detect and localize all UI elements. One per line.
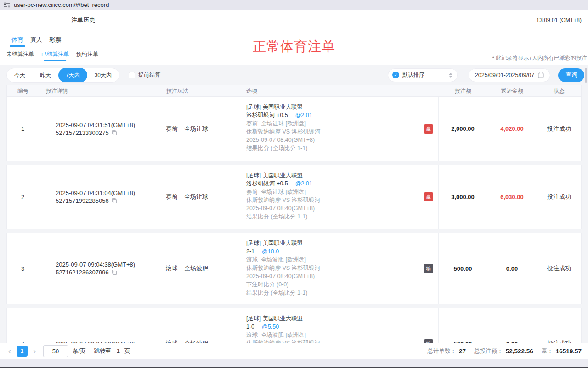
play-name: 全场波胆 <box>184 340 208 343</box>
date-range-picker[interactable]: 2025/09/01-2025/09/07 <box>469 68 550 82</box>
copy-icon[interactable] <box>112 198 117 204</box>
page-title: 注单历史 <box>71 16 95 24</box>
jump-page-input[interactable]: 1 <box>117 348 120 354</box>
early-settle-checkbox-wrap: 提前结算 <box>129 71 160 79</box>
cell-bet-detail: 2025-09-07 09:04:38(GMT+8)52716212363079… <box>39 233 159 304</box>
table-row: 42025-09-07 09:04:36(GMT+8)滚球全场波胆[足球] 美国… <box>6 308 582 343</box>
order-id-row: 5271571992285056 <box>56 197 159 204</box>
option-odds[interactable]: @2.01 <box>295 180 312 187</box>
cell-bet-detail: 2025-09-07 04:31:04(GMT+8)52715719922850… <box>39 165 159 229</box>
total-amount-value: 52,522.56 <box>506 348 533 355</box>
next-page-icon[interactable]: › <box>31 346 38 356</box>
per-page-label: 条/页 <box>73 347 85 355</box>
col-play: 投注玩法 <box>159 87 239 95</box>
page-size-input[interactable] <box>43 345 68 357</box>
cell-option: [足球] 美国职业大联盟洛杉矶银河 +0.5@2.01赛前 全场让球 [欧洲盘]… <box>239 165 439 229</box>
sort-select-value: 默认排序 <box>402 71 446 79</box>
subtab-unsettled[interactable]: 未结算注单 <box>6 50 34 62</box>
option-play-detail: 赛前 全场让球 [欧洲盘] <box>246 119 420 128</box>
cell-bet-amount: 2,000.00 <box>439 97 487 161</box>
option-result-score: 结果比分 (全场比分 1-1) <box>246 289 420 297</box>
subtab-reserved[interactable]: 预约注单 <box>76 50 98 62</box>
sort-caret-icon <box>449 73 452 78</box>
play-name: 全场让球 <box>184 125 208 133</box>
cell-status: 投注成功 <box>537 233 581 304</box>
copy-icon[interactable] <box>112 269 117 275</box>
tab-sports[interactable]: 体育 <box>11 36 23 48</box>
range-30days-button[interactable]: 30天内 <box>87 68 119 83</box>
check-circle-icon: ✓ <box>392 72 399 78</box>
col-status: 状态 <box>537 87 581 95</box>
record-note: • 此记录将显示7天内所有已派彩的投注 <box>492 54 587 62</box>
option-match: 休斯敦迪纳摩 VS 洛杉矶银河 <box>246 196 420 204</box>
play-stage: 赛前 <box>166 193 178 201</box>
range-7days-button[interactable]: 7天内 <box>58 68 87 83</box>
date-range-segmented: 今天 昨天 7天内 30天内 <box>6 68 119 83</box>
option-play-detail: 滚球 全场波胆 [欧洲盘] <box>246 256 420 264</box>
tab-live[interactable]: 真人 <box>30 36 42 48</box>
page-number-button[interactable]: 1 <box>17 346 28 357</box>
early-settle-checkbox[interactable] <box>129 72 135 78</box>
bet-time: 2025-09-07 04:31:51(GMT+8) <box>56 122 159 128</box>
option-selection: 洛杉矶银河 +0.5 <box>246 112 288 118</box>
result-badge: 输 <box>424 339 433 343</box>
table-row: 32025-09-07 09:04:38(GMT+8)5271621236307… <box>6 233 582 304</box>
filter-right-controls: ✓ 默认排序 2025/09/01-2025/09/07 查询 <box>388 68 584 82</box>
cell-bet-amount: 500.00 <box>439 308 487 343</box>
option-league: [足球] 美国职业大联盟 <box>246 171 420 179</box>
col-number: 编号 <box>7 87 39 95</box>
option-odds[interactable]: @5.50 <box>262 323 279 330</box>
option-selection-line: 2-1@10.0 <box>246 247 420 256</box>
bet-time: 2025-09-07 09:04:36(GMT+8) <box>56 340 159 343</box>
url-text[interactable]: user-pc-new.ciiicc.com/#/bet_record <box>14 1 109 8</box>
col-detail: 投注详情 <box>39 87 159 95</box>
table-body: 12025-09-07 04:31:51(GMT+8)5271572133300… <box>6 97 582 343</box>
cell-number: 2 <box>7 165 39 229</box>
option-selection-line: 洛杉矶银河 +0.5@2.01 <box>246 179 420 188</box>
order-id: 5271621236307996 <box>56 269 109 276</box>
order-id-row: 5271621236307996 <box>56 269 159 276</box>
sort-select[interactable]: ✓ 默认排序 <box>388 68 458 82</box>
cell-number: 4 <box>7 308 39 343</box>
return-amount: 4,020.00 <box>500 125 524 132</box>
option-odds[interactable]: @2.01 <box>295 112 312 118</box>
order-id: 5271572133300275 <box>56 129 109 136</box>
pagination-footer: ‹ 1 › 条/页 跳转至 1 页 总计单数： 27 总投注额： 52,522.… <box>0 343 588 359</box>
tab-lottery[interactable]: 彩票 <box>49 36 61 48</box>
cell-play-type: 赛前全场让球 <box>159 165 239 229</box>
range-yesterday-button[interactable]: 昨天 <box>33 68 58 83</box>
option-odds[interactable]: @10.0 <box>262 248 279 255</box>
option-league: [足球] 美国职业大联盟 <box>246 103 420 111</box>
option-bet-score: 下注时比分 (0-0) <box>246 280 420 289</box>
option-match-time: 2025-09-07 08:40(GMT+8) <box>246 136 420 144</box>
cell-bet-detail: 2025-09-07 09:04:36(GMT+8) <box>39 308 159 343</box>
total-amount-label: 总投注额： <box>474 347 503 355</box>
scrollbar-thumb[interactable] <box>585 68 587 83</box>
cell-return-amount: 0.00 <box>487 308 537 343</box>
cell-option: [足球] 美国职业大联盟洛杉矶银河 +0.5@2.01赛前 全场让球 [欧洲盘]… <box>239 97 439 161</box>
col-option: 选项 <box>239 87 439 95</box>
cell-number: 1 <box>7 97 39 161</box>
return-amount: 6,030.00 <box>500 194 524 201</box>
copy-icon[interactable] <box>112 130 117 136</box>
cell-play-type: 滚球全场波胆 <box>159 233 239 304</box>
totals-summary: 总计单数： 27 总投注额： 52,522.56 赢： 16519.57 <box>428 347 582 355</box>
site-settings-icon[interactable] <box>4 2 10 8</box>
cell-option: [足球] 美国职业大联盟1-0@5.50滚球 全场波胆 [欧洲盘]休斯敦迪纳摩 … <box>239 308 439 343</box>
play-name: 全场让球 <box>184 193 208 201</box>
option-selection-line: 洛杉矶银河 +0.5@2.01 <box>246 111 420 119</box>
col-return: 返还金额 <box>487 87 537 95</box>
cell-return-amount: 6,030.00 <box>487 165 537 229</box>
option-selection-line: 1-0@5.50 <box>246 323 420 331</box>
query-button[interactable]: 查询 <box>558 68 584 82</box>
prev-page-icon[interactable]: ‹ <box>6 346 13 356</box>
option-match: 休斯敦迪纳摩 VS 洛杉矶银河 <box>246 264 420 272</box>
result-badge: 赢 <box>424 124 433 134</box>
order-id-row: 5271572133300275 <box>56 129 159 136</box>
bet-time: 2025-09-07 09:04:38(GMT+8) <box>56 261 159 268</box>
option-result-score: 结果比分 (全场比分 1-1) <box>246 144 420 152</box>
range-today-button[interactable]: 今天 <box>7 68 33 83</box>
option-league: [足球] 美国职业大联盟 <box>246 314 420 323</box>
subtab-settled[interactable]: 已结算注单 <box>41 50 69 62</box>
date-range-value: 2025/09/01-2025/09/07 <box>475 72 534 78</box>
